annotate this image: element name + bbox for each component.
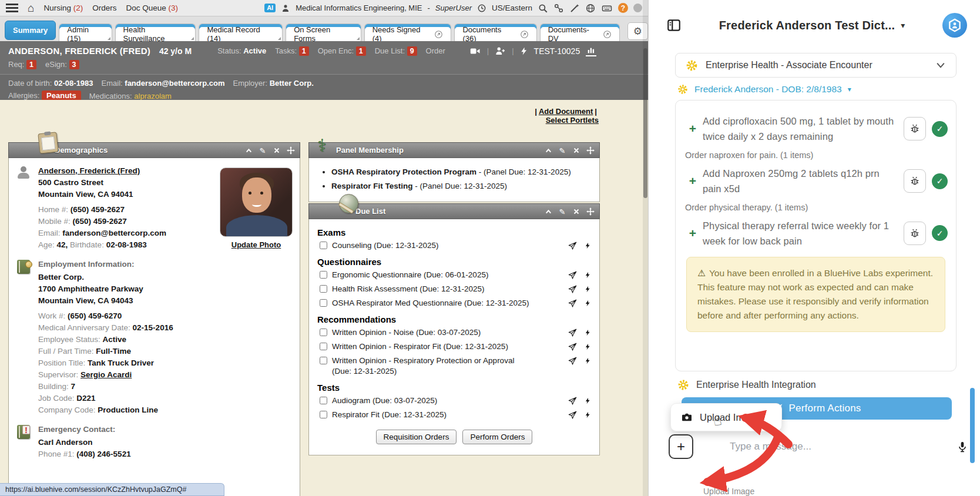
tab-admin[interactable]: Admin (15) xyxy=(59,24,112,41)
popout-icon[interactable] xyxy=(603,30,612,39)
quick-perform-icon[interactable] xyxy=(585,357,591,366)
popout-icon[interactable] xyxy=(520,30,529,39)
quick-perform-icon[interactable] xyxy=(585,285,591,294)
due-list-portlet: Due List ✎ Exams Counseling (Due: 12-31-… xyxy=(308,203,600,455)
nav-doc-queue[interactable]: Doc Queue (3) xyxy=(126,4,179,12)
encounter-card[interactable]: Enterprise Health - Associate Encounter xyxy=(675,53,956,78)
session-title-dropdown[interactable]: Frederick Anderson Test Dict... ▾ xyxy=(682,19,942,32)
message-input[interactable] xyxy=(703,440,947,453)
quick-perform-icon[interactable] xyxy=(585,299,591,308)
employment-title: Employment Information: xyxy=(38,259,291,270)
patient-dropdown[interactable]: Frederick Anderson - DOB: 2/8/1983 ▾ xyxy=(677,83,956,95)
supervisor-link[interactable]: Sergio Acardi xyxy=(80,370,132,379)
quick-perform-icon[interactable] xyxy=(585,411,591,420)
quick-perform-icon[interactable] xyxy=(585,343,591,351)
due-item-checkbox[interactable] xyxy=(320,329,327,336)
assistant-header: Frederick Anderson Test Dict... ▾ xyxy=(649,0,980,38)
patient-name-link[interactable]: Anderson, Frederick (Fred) xyxy=(38,166,140,175)
send-order-icon[interactable] xyxy=(568,329,577,337)
search-icon[interactable] xyxy=(538,3,548,14)
move-portlet-icon[interactable] xyxy=(586,146,595,155)
add-person-icon[interactable] xyxy=(495,46,506,56)
app-scrollbar[interactable] xyxy=(643,0,648,496)
wand-icon[interactable] xyxy=(569,3,580,14)
due-item-checkbox[interactable] xyxy=(320,357,327,364)
due-item-checkbox[interactable] xyxy=(320,411,327,418)
timezone[interactable]: US/Eastern xyxy=(492,4,532,12)
move-portlet-icon[interactable] xyxy=(287,146,295,155)
send-order-icon[interactable] xyxy=(568,397,577,405)
ai-badge[interactable]: AI xyxy=(264,4,276,12)
debug-button[interactable] xyxy=(904,117,926,140)
send-order-icon[interactable] xyxy=(568,411,577,420)
microphone-icon[interactable] xyxy=(956,440,968,453)
close-portlet-icon[interactable] xyxy=(572,146,580,155)
flowsheet-icon[interactable] xyxy=(586,45,596,56)
menu-icon[interactable] xyxy=(6,4,18,12)
edit-portlet-icon[interactable]: ✎ xyxy=(558,207,566,216)
popout-icon[interactable] xyxy=(434,30,443,39)
tab-medical-record[interactable]: Medical Record (14) xyxy=(199,24,283,41)
video-visit-icon[interactable] xyxy=(469,46,481,56)
scrollbar-thumb[interactable] xyxy=(643,48,647,198)
add-document-link[interactable]: Add Document xyxy=(539,107,593,116)
due-item-checkbox[interactable] xyxy=(320,397,327,404)
quick-perform-icon[interactable] xyxy=(585,397,591,405)
close-portlet-icon[interactable] xyxy=(572,207,580,216)
open-enc-badge[interactable]: 1 xyxy=(356,46,366,56)
debug-button[interactable] xyxy=(904,169,926,193)
help-icon[interactable]: ? xyxy=(618,3,628,13)
tab-documents-dv[interactable]: Documents-DV xyxy=(540,24,620,41)
quick-perform-icon[interactable] xyxy=(585,329,591,337)
medication-link[interactable]: alprazolam xyxy=(134,92,172,100)
bolt-icon[interactable] xyxy=(520,46,528,56)
edit-portlet-icon[interactable]: ✎ xyxy=(259,146,267,155)
collapse-portlet-icon[interactable] xyxy=(244,146,253,155)
tasks-count-badge[interactable]: 1 xyxy=(299,46,309,56)
globe-icon[interactable] xyxy=(585,3,596,14)
order-link[interactable]: Order xyxy=(426,46,445,55)
upload-image-menu-item[interactable]: Upload Image ☝ xyxy=(670,403,782,431)
due-item-checkbox[interactable] xyxy=(320,299,327,307)
keyboard-icon[interactable] xyxy=(601,3,613,14)
perform-orders-button[interactable]: Perform Orders xyxy=(462,430,532,444)
send-order-icon[interactable] xyxy=(568,357,577,366)
quick-perform-icon[interactable] xyxy=(585,271,591,280)
send-order-icon[interactable] xyxy=(568,242,577,250)
collapse-portlet-icon[interactable] xyxy=(544,207,552,216)
debug-button[interactable] xyxy=(904,222,926,245)
tab-documents[interactable]: Documents (36) xyxy=(454,24,536,41)
tab-health-surveillance[interactable]: Health Surveillance xyxy=(115,24,196,41)
home-icon[interactable]: ⌂ xyxy=(28,2,34,14)
link-icon[interactable] xyxy=(553,3,564,14)
select-portlets-link[interactable]: Select Portlets xyxy=(546,116,599,125)
nav-nursing[interactable]: Nursing (2) xyxy=(43,4,83,12)
esign-badge[interactable]: 3 xyxy=(69,60,79,69)
warning-text: You have been enrolled in a BlueHive Lab… xyxy=(697,268,933,320)
send-order-icon[interactable] xyxy=(568,285,577,294)
nav-orders[interactable]: Orders xyxy=(92,4,116,12)
due-item-checkbox[interactable] xyxy=(320,242,327,249)
attach-button[interactable]: + xyxy=(669,434,693,459)
tab-needs-signed[interactable]: Needs Signed (4) xyxy=(364,24,452,41)
move-portlet-icon[interactable] xyxy=(586,207,595,216)
quick-perform-icon[interactable] xyxy=(585,242,591,250)
due-item-checkbox[interactable] xyxy=(320,271,327,279)
collapse-portlet-icon[interactable] xyxy=(544,146,552,155)
sidebar-toggle-icon[interactable] xyxy=(666,18,682,33)
update-photo-link[interactable]: Update Photo xyxy=(231,240,281,249)
send-order-icon[interactable] xyxy=(568,343,577,351)
panel-scrollbar-thumb[interactable] xyxy=(970,388,975,463)
send-order-icon[interactable] xyxy=(568,299,577,308)
requisition-orders-button[interactable]: Requisition Orders xyxy=(376,430,457,444)
due-item-checkbox[interactable] xyxy=(320,285,327,293)
send-order-icon[interactable] xyxy=(568,271,577,280)
tab-summary[interactable]: Summary xyxy=(5,21,56,40)
due-list-badge[interactable]: 9 xyxy=(407,46,417,56)
due-item-checkbox[interactable] xyxy=(320,343,327,350)
close-portlet-icon[interactable] xyxy=(273,146,281,155)
req-badge[interactable]: 1 xyxy=(26,60,36,69)
tab-on-screen-forms[interactable]: On Screen Forms xyxy=(286,24,361,41)
edit-portlet-icon[interactable]: ✎ xyxy=(558,146,566,155)
bluehive-logo xyxy=(942,13,967,38)
